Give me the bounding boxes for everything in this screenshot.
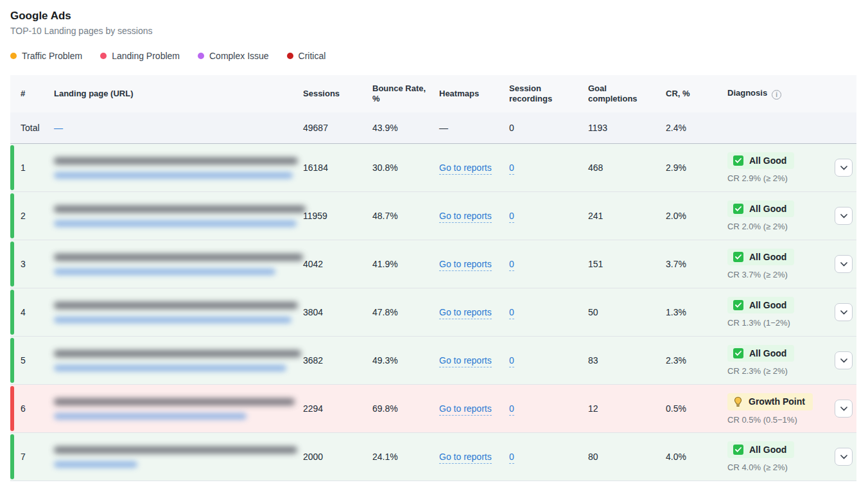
expand-row-button[interactable] (835, 351, 853, 369)
diagnosis-label: All Good (749, 252, 786, 262)
critical-dot-icon (287, 53, 293, 59)
cr-value: 2.9% (666, 163, 727, 173)
status-bar (10, 290, 14, 335)
total-label: Total (10, 123, 54, 133)
heatmaps-go-to-reports-link[interactable]: Go to reports (439, 403, 492, 416)
goal-completions-value: 83 (588, 355, 666, 366)
column-header-cr: CR, % (666, 89, 727, 99)
column-header-sessions: Sessions (303, 89, 372, 99)
redacted-page-url-link[interactable] (54, 220, 297, 227)
diagnosis-info-icon[interactable]: i (772, 90, 781, 100)
diagnosis-label: Growth Point (749, 396, 805, 407)
diagnosis-label: All Good (749, 204, 786, 214)
column-header-session-recordings: Session recordings (509, 84, 588, 104)
redacted-page-url-link[interactable] (54, 413, 247, 419)
total-heatmaps: — (439, 123, 509, 133)
expand-row-button[interactable] (835, 255, 853, 273)
status-bar (10, 145, 14, 190)
diagnosis-note: CR 1.3% (1−2%) (727, 318, 790, 328)
redacted-page-title (54, 206, 306, 213)
total-session-recordings: 0 (509, 123, 588, 133)
redacted-page-url-link[interactable] (54, 317, 291, 323)
heatmaps-go-to-reports-link[interactable]: Go to reports (439, 163, 492, 175)
legend-item-landing-problem: Landing Problem (100, 51, 180, 61)
session-recordings-link[interactable]: 0 (509, 307, 514, 319)
session-recordings-link[interactable]: 0 (509, 452, 514, 464)
session-recordings-link[interactable]: 0 (509, 211, 514, 223)
bounce-rate-value: 49.3% (372, 355, 439, 366)
redacted-page-url-link[interactable] (54, 269, 275, 275)
goal-completions-value: 151 (588, 259, 666, 269)
heatmaps-go-to-reports-link[interactable]: Go to reports (439, 211, 492, 223)
total-url: — (54, 123, 303, 133)
heatmaps-go-to-reports-link[interactable]: Go to reports (439, 259, 492, 271)
status-bar (10, 193, 14, 238)
redacted-page-title (54, 157, 298, 164)
lightbulb-icon (733, 396, 743, 407)
diagnosis-label: All Good (749, 445, 786, 455)
check-icon (733, 155, 743, 166)
expand-row-button[interactable] (835, 448, 853, 466)
landing-page-cell (54, 350, 303, 371)
status-bar (10, 242, 14, 287)
landing-page-cell (54, 446, 303, 468)
cr-value: 1.3% (666, 307, 727, 317)
status-bar (10, 434, 14, 479)
legend-item-critical: Critical (287, 51, 326, 61)
redacted-page-title (54, 350, 301, 357)
diagnosis-cell: All Good CR 3.7% (≥ 2%) (727, 249, 833, 279)
goal-completions-value: 468 (588, 163, 666, 173)
redacted-page-url-link[interactable] (54, 461, 137, 468)
column-header-number: # (10, 89, 54, 99)
expand-row-button[interactable] (835, 400, 853, 418)
bounce-rate-value: 69.8% (372, 403, 439, 414)
column-header-goal-completions: Goal completions (588, 84, 666, 104)
redacted-page-title (54, 398, 295, 405)
diagnosis-note: CR 2.0% (≥ 2%) (727, 222, 788, 231)
sessions-value: 2294 (303, 403, 372, 414)
column-header-heatmaps: Heatmaps (439, 89, 509, 99)
sessions-value: 2000 (303, 452, 372, 462)
heatmaps-go-to-reports-link[interactable]: Go to reports (439, 452, 492, 464)
cr-value: 3.7% (666, 259, 727, 269)
diagnosis-cell: Growth Point CR 0.5% (0.5−1%) (727, 393, 833, 425)
diagnosis-badge: All Good (727, 441, 794, 458)
legend-label: Critical (299, 51, 326, 61)
heatmaps-go-to-reports-link[interactable]: Go to reports (439, 355, 492, 367)
redacted-page-url-link[interactable] (54, 365, 286, 371)
diagnosis-cell: All Good CR 1.3% (1−2%) (727, 297, 833, 328)
landing-page-cell (54, 254, 303, 275)
total-cr: 2.4% (666, 123, 727, 133)
google-ads-report-page: Google Ads TOP-10 Landing pages by sessi… (0, 0, 868, 481)
table-total-row: Total — 49687 43.9% — 0 1193 2.4% (10, 112, 856, 144)
table-row: 1 16184 30.8% Go to reports 0 468 2.9% A… (10, 144, 856, 192)
diagnosis-badge: Growth Point (727, 393, 813, 410)
row-number: 4 (10, 307, 54, 317)
diagnosis-cell: All Good CR 4.0% (≥ 2%) (727, 441, 833, 472)
cr-value: 4.0% (666, 452, 727, 462)
table-row: 4 3804 47.8% Go to reports 0 50 1.3% All… (10, 288, 856, 337)
table-row: 3 4042 41.9% Go to reports 0 151 3.7% Al… (10, 240, 856, 288)
sessions-value: 3682 (303, 355, 372, 366)
table-header-row: # Landing page (URL) Sessions Bounce Rat… (10, 75, 856, 112)
legend-label: Traffic Problem (22, 51, 82, 61)
expand-row-button[interactable] (835, 207, 853, 225)
redacted-page-url-link[interactable] (54, 172, 293, 179)
session-recordings-link[interactable]: 0 (509, 163, 514, 175)
bounce-rate-value: 48.7% (372, 211, 439, 221)
expand-row-button[interactable] (835, 303, 853, 321)
diagnosis-note: CR 2.9% (≥ 2%) (727, 173, 788, 183)
table-row: 5 3682 49.3% Go to reports 0 83 2.3% All… (10, 337, 856, 385)
session-recordings-link[interactable]: 0 (509, 259, 514, 271)
session-recordings-link[interactable]: 0 (509, 403, 514, 416)
session-recordings-link[interactable]: 0 (509, 355, 514, 367)
row-number: 6 (10, 403, 54, 414)
redacted-page-title (54, 302, 298, 309)
sessions-value: 3804 (303, 307, 372, 317)
row-number: 2 (10, 211, 54, 221)
expand-row-button[interactable] (835, 159, 853, 177)
cr-value: 2.0% (666, 211, 727, 221)
legend-label: Complex Issue (209, 51, 269, 61)
heatmaps-go-to-reports-link[interactable]: Go to reports (439, 307, 492, 319)
row-number: 5 (10, 355, 54, 366)
